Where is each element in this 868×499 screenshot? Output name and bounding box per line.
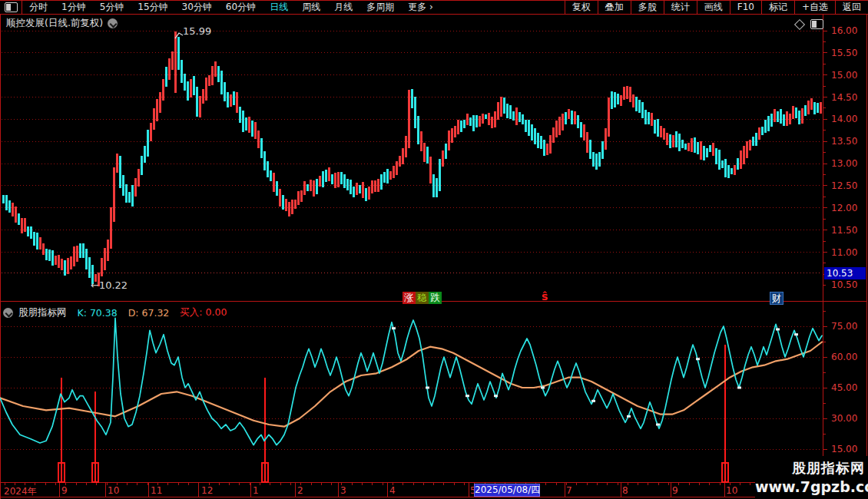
y-axis-label-main: 13.50	[831, 136, 857, 147]
menu-item-more[interactable]: 更多 ›	[401, 1, 440, 14]
marker-s: ŝ	[542, 290, 548, 302]
window-corner-icons	[796, 19, 823, 29]
chart-graphics[interactable]	[0, 0, 868, 499]
y-axis-label-main: 15.00	[831, 70, 857, 81]
tool-button-统计[interactable]: 统计	[664, 1, 697, 14]
chevron-right-icon: ›	[429, 2, 433, 12]
time-axis-label-3: 3	[340, 485, 346, 496]
tool-button-画线[interactable]: 画线	[697, 1, 731, 14]
y-axis-label-indicator: 75.00	[831, 321, 857, 332]
y-axis-label-indicator: 30.00	[831, 413, 857, 424]
y-axis-label-main: 14.50	[831, 92, 857, 103]
current-price-box: 10.53	[824, 267, 866, 279]
tool-button-标记[interactable]: 标记	[762, 1, 795, 14]
tool-button-复权[interactable]: 复权	[565, 1, 598, 14]
watermark-line2: www.7gpzb.com	[755, 478, 865, 496]
panes-small-icon[interactable]	[810, 19, 823, 29]
watermark-line1: 股朋指标网	[755, 459, 865, 478]
menu-item-1分钟[interactable]: 1分钟	[55, 1, 93, 14]
y-axis-label-main: 12.50	[831, 180, 857, 191]
time-axis-label-9: 9	[672, 485, 678, 496]
y-axis-label-main: 10.50	[831, 279, 857, 290]
tool-button-+自选[interactable]: +自选	[795, 1, 836, 14]
menu-item-日线[interactable]: 日线	[263, 1, 295, 14]
tool-button-F10[interactable]: F10	[731, 1, 762, 14]
buy-value-label: 买入: 0.00	[180, 306, 227, 319]
y-axis-label-main: 16.00	[831, 25, 857, 36]
marker-fall: 跌	[429, 292, 442, 304]
chart-title-row: 顺控发展(日线.前复权)	[6, 17, 118, 30]
time-axis-label-8: 8	[622, 485, 628, 496]
time-axis-label-12: 12	[201, 485, 213, 496]
chart-title: 顺控发展(日线.前复权)	[6, 17, 103, 30]
marker-cai: 财	[770, 292, 784, 305]
time-axis-label-7: 7	[566, 485, 572, 496]
tool-button-返回[interactable]: 返回	[836, 1, 868, 14]
time-axis-label-1: 1	[253, 485, 259, 496]
menu-item-周线[interactable]: 周线	[295, 1, 327, 14]
y-axis-label-main: 14.00	[831, 114, 857, 124]
menu-item-月线[interactable]: 月线	[327, 1, 359, 14]
menu-item-多周期[interactable]: 多周期	[359, 1, 401, 14]
time-axis-label-10: 10	[108, 485, 119, 496]
y-axis-label-indicator: 15.00	[831, 444, 857, 454]
tool-button-叠加[interactable]: 叠加	[598, 1, 631, 14]
time-axis-label-4: 4	[389, 485, 396, 496]
y-axis-label-indicator: 45.00	[831, 382, 857, 393]
marker-rise: 涨	[403, 292, 416, 304]
menu-item-30分钟[interactable]: 30分钟	[175, 1, 219, 14]
tools-menu: 复权叠加多股统计画线F10标记+自选返回	[565, 1, 868, 14]
indicator-header: 股朋指标网 K: 70.38 D: 67.32 买入: 0.00	[3, 306, 227, 319]
k-value-label: K: 70.38	[78, 307, 118, 319]
tool-button-多股[interactable]: 多股	[631, 1, 664, 14]
time-axis-label-11: 11	[151, 485, 162, 496]
y-axis-label-main: 15.50	[831, 48, 857, 58]
menu-item-5分钟[interactable]: 5分钟	[93, 1, 131, 14]
y-axis-label-main: 11.00	[831, 247, 857, 258]
menu-item-分时[interactable]: 分时	[22, 1, 55, 14]
y-axis-label-main: 12.00	[831, 203, 857, 213]
year-label: 2024年	[4, 485, 37, 498]
selected-date-box: 2025/05/08/四	[474, 484, 540, 497]
title-dropdown-icon[interactable]	[108, 18, 118, 28]
d-value-label: D: 67.32	[128, 307, 170, 319]
indicator-name: 股朋指标网	[18, 306, 67, 319]
y-axis-label-main: 13.00	[831, 158, 857, 169]
period-menu: 分时1分钟5分钟15分钟30分钟60分钟日线周线月线多周期	[22, 1, 401, 14]
low-annotation: ←10.22	[91, 279, 128, 291]
layout-toggle-button[interactable]	[0, 1, 22, 14]
time-axis-label-2: 2	[297, 485, 303, 496]
y-axis-label-main: 11.50	[831, 225, 857, 236]
watermark: 股朋指标网 www.7gpzb.com	[755, 456, 868, 499]
indicator-dropdown-icon[interactable]	[3, 308, 13, 318]
marker-flat: 稳	[416, 292, 429, 304]
diamond-icon[interactable]	[794, 18, 805, 29]
menu-item-15分钟[interactable]: 15分钟	[131, 1, 174, 14]
time-axis-label-10: 10	[726, 485, 737, 496]
panes-icon	[5, 2, 18, 12]
time-axis-label-9: 9	[61, 485, 68, 496]
more-label: 更多	[408, 2, 426, 12]
trading-app-window: 分时1分钟5分钟15分钟30分钟60分钟日线周线月线多周期 更多 › 复权叠加多…	[0, 0, 868, 499]
menu-item-60分钟[interactable]: 60分钟	[219, 1, 263, 14]
top-toolbar: 分时1分钟5分钟15分钟30分钟60分钟日线周线月线多周期 更多 › 复权叠加多…	[0, 0, 868, 15]
y-axis-label-indicator: 60.00	[831, 352, 857, 362]
high-annotation: 15.99	[183, 25, 211, 37]
